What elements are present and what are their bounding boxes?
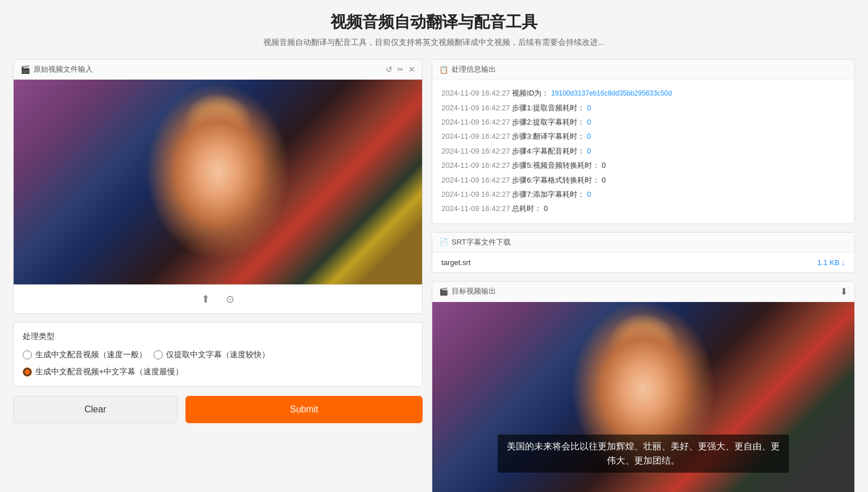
radio-label-2: 仅提取中文字幕（速度较快） (166, 350, 270, 360)
log-line-8: 2024-11-09 16:42:27 总耗时： 0 (441, 202, 845, 215)
clear-button[interactable]: Clear (13, 396, 177, 423)
input-video-preview (14, 80, 422, 284)
srt-label: SRT字幕文件下载 (452, 237, 511, 247)
radio-input-3[interactable] (23, 367, 32, 377)
log-line-3: 2024-11-09 16:42:27 步骤3:翻译字幕耗时： 0 (441, 130, 845, 143)
download-video-button[interactable]: ⬇ (840, 286, 848, 297)
output-video-box: 🎬 目标视频输出 ⬇ 美国的未来将会比以往更加辉煌、壮丽、美好、更强大、更自由、… (432, 281, 855, 492)
left-panel: 🎬 原始视频文件输入 ↺ ✂ ✕ ⬆ ⊙ 处理类型 (13, 59, 423, 492)
subtitle-line-1: 美国的未来将会比以往更加辉煌、壮丽、美好、更强大、更自由、更 (507, 441, 780, 451)
file-icon: 📄 (439, 238, 448, 246)
radio-option-1[interactable]: 生成中文配音视频（速度一般） (23, 350, 147, 360)
info-output-label: 处理信息输出 (452, 64, 496, 75)
srt-filename: target.srt (441, 258, 470, 267)
settings-button[interactable]: ⊙ (224, 291, 237, 308)
info-output-box: 📋 处理信息输出 2024-11-09 16:42:27 视频ID为： 1910… (432, 59, 855, 224)
input-header-left: 🎬 原始视频文件输入 (20, 64, 93, 75)
srt-size[interactable]: 1.1 KB ↓ (817, 258, 845, 267)
log-line-1: 2024-11-09 16:42:27 步骤1:提取音频耗时： 0 (441, 101, 845, 114)
info-output-header: 📋 处理信息输出 (432, 60, 854, 80)
log-line-2: 2024-11-09 16:42:27 步骤2:提取字幕耗时： 0 (441, 115, 845, 129)
output-video-label: 目标视频输出 (452, 286, 496, 296)
refresh-icon[interactable]: ↺ (386, 65, 392, 74)
log-line-7: 2024-11-09 16:42:27 步骤7:添加字幕耗时： 0 (441, 188, 845, 201)
log-line-4: 2024-11-09 16:42:27 步骤4:字幕配音耗时： 0 (441, 144, 845, 158)
srt-header: 📄 SRT字幕文件下载 (432, 233, 854, 253)
close-icon[interactable]: ✕ (408, 65, 415, 74)
log-line-6: 2024-11-09 16:42:27 步骤6:字幕格式转换耗时： 0 (441, 173, 845, 187)
radio-input-1[interactable] (23, 350, 32, 359)
subtitle-line-2: 伟大、更加团结。 (607, 456, 680, 465)
video-subtitle: 美国的未来将会比以往更加辉煌、壮丽、美好、更强大、更自由、更 伟大、更加团结。 (498, 435, 789, 473)
radio-label-1: 生成中文配音视频（速度一般） (35, 350, 147, 360)
info-icon: 📋 (439, 65, 448, 74)
processing-title: 处理类型 (23, 332, 413, 342)
button-row: Clear Submit (13, 396, 423, 423)
srt-file-row: target.srt 1.1 KB ↓ (432, 253, 854, 272)
output-video-icon: 🎬 (439, 287, 448, 296)
output-header: 🎬 目标视频输出 ⬇ (432, 282, 854, 302)
input-video-image (14, 80, 422, 284)
video-controls: ⬆ ⊙ (14, 284, 422, 313)
info-log-content: 2024-11-09 16:42:27 视频ID为： 19100d3137eb1… (432, 80, 854, 224)
log-line-5: 2024-11-09 16:42:27 步骤5:视频音频转换耗时： 0 (441, 159, 845, 172)
input-video-box: 🎬 原始视频文件输入 ↺ ✂ ✕ ⬆ ⊙ (13, 59, 423, 314)
video-file-icon: 🎬 (20, 65, 30, 74)
page-header: 视频音频自动翻译与配音工具 视频音频自动翻译与配音工具，目前仅支持将英文视频翻译… (11, 11, 857, 48)
srt-download-box: 📄 SRT字幕文件下载 target.srt 1.1 KB ↓ (432, 232, 855, 273)
processing-section: 处理类型 生成中文配音视频（速度一般） 仅提取中文字幕（速度较快） 生成中文配音… (13, 322, 423, 387)
page-subtitle: 视频音频自动翻译与配音工具，目前仅支持将英文视频翻译成中文视频，后续有需要会持续… (11, 38, 857, 48)
page-title: 视频音频自动翻译与配音工具 (11, 11, 857, 33)
crop-icon[interactable]: ✂ (397, 65, 404, 74)
radio-label-3: 生成中文配音视频+中文字幕（速度最慢） (35, 367, 183, 377)
input-header-right: ↺ ✂ ✕ (386, 65, 415, 74)
output-header-left: 🎬 目标视频输出 (439, 286, 496, 296)
input-panel-label: 原始视频文件输入 (34, 64, 93, 75)
radio-option-3[interactable]: 生成中文配音视频+中文字幕（速度最慢） (23, 367, 413, 377)
submit-button[interactable]: Submit (185, 396, 423, 423)
radio-input-2[interactable] (154, 350, 163, 359)
main-layout: 🎬 原始视频文件输入 ↺ ✂ ✕ ⬆ ⊙ 处理类型 (13, 59, 855, 492)
output-video-frame: 美国的未来将会比以往更加辉煌、壮丽、美好、更强大、更自由、更 伟大、更加团结。 (432, 302, 854, 492)
radio-option-2[interactable]: 仅提取中文字幕（速度较快） (154, 350, 270, 360)
right-panel: 📋 处理信息输出 2024-11-09 16:42:27 视频ID为： 1910… (432, 59, 855, 492)
radio-group: 生成中文配音视频（速度一般） 仅提取中文字幕（速度较快） 生成中文配音视频+中文… (23, 350, 413, 377)
log-line-0: 2024-11-09 16:42:27 视频ID为： 19100d3137eb1… (441, 86, 845, 100)
input-panel-header: 🎬 原始视频文件输入 ↺ ✂ ✕ (14, 60, 422, 80)
upload-button[interactable]: ⬆ (199, 291, 212, 308)
